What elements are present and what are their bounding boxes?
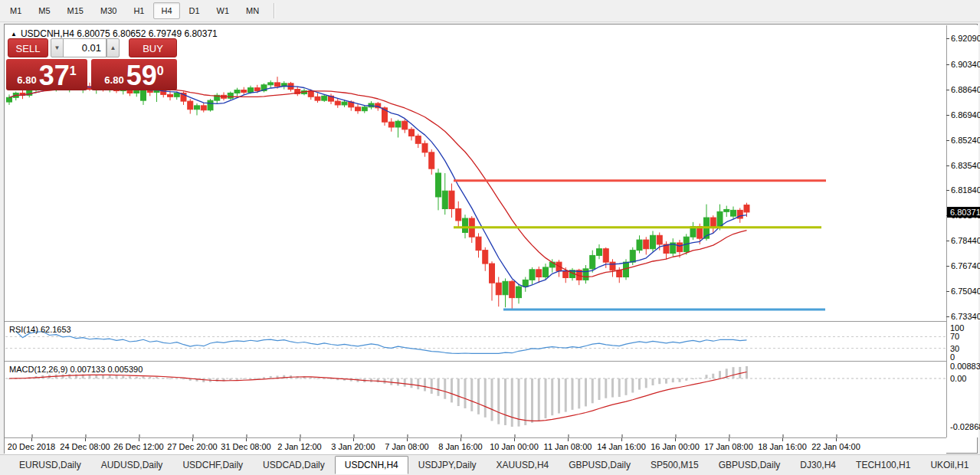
chart-tab-gbpusd-daily[interactable]: GBPUSD,Daily [559, 456, 641, 474]
time-axis-label: 2 Jan 12:00 [277, 442, 322, 451]
buy-price-small: 6.80 [104, 74, 123, 86]
volume-decrease-button[interactable]: ▼ [51, 38, 64, 57]
price-axis-label: 6.75040 [951, 287, 980, 296]
price-axis-label: 6.78440 [951, 236, 980, 245]
time-axis-label: 27 Dec 20:00 [167, 442, 217, 451]
time-axis-label: 24 Dec 08:00 [60, 442, 110, 451]
price-tick [946, 38, 949, 39]
chart-tab-eurusd-daily[interactable]: EURUSD,Daily [9, 456, 91, 474]
macd-panel[interactable] [5, 362, 946, 437]
sell-price-sup: 1 [70, 64, 77, 78]
chart-tab-xauusd-h4[interactable]: XAUUSD,H4 [487, 456, 559, 474]
buy-price-sup: 0 [157, 64, 164, 78]
timeframe-button-h1[interactable]: H1 [126, 2, 152, 19]
rsi-axis-label: 100 [950, 323, 964, 332]
time-tick [568, 438, 569, 441]
time-tick [729, 438, 729, 441]
time-axis[interactable]: 20 Dec 201824 Dec 08:0026 Dec 12:0027 De… [5, 437, 946, 454]
time-tick [353, 438, 354, 441]
price-axis-label: 6.92090 [951, 34, 980, 43]
rsi-label: RSI(14) 62.1653 [9, 325, 71, 334]
time-axis-label: 18 Jan 16:00 [758, 442, 807, 451]
chart-tab-dj30-h4[interactable]: DJ30,H4 [790, 456, 846, 474]
volume-input[interactable] [63, 38, 107, 57]
chart-tab-tech100-h1[interactable]: TECH100,H1 [846, 456, 920, 474]
trade-panel: SELL ▼ ▲ BUY 6.80 37 1 6.80 59 0 [6, 36, 179, 90]
timeframe-button-m5[interactable]: M5 [31, 2, 57, 19]
time-tick [85, 438, 86, 441]
time-tick [675, 438, 676, 441]
price-axis-label: 6.86940 [951, 110, 980, 120]
chart-tab-audusd-daily[interactable]: AUDUSD,Daily [91, 456, 173, 474]
timeframe-button-d1[interactable]: D1 [182, 2, 208, 19]
price-tick [946, 241, 949, 241]
chart-tab-usdcnh-h4[interactable]: USDCNH,H4 [335, 456, 408, 474]
timeframe-button-m15[interactable]: M15 [60, 2, 91, 19]
toolbar-separator [274, 3, 275, 18]
price-tick [946, 165, 949, 166]
chart-tab-ukoil-h1[interactable]: UKOil,H1 [920, 456, 978, 474]
chart-tab-bar: EURUSD,DailyAUDUSD,DailyUSDCHF,DailyUSDC… [0, 454, 980, 475]
price-axis-label: 6.90340 [951, 60, 980, 69]
price-tick [946, 190, 949, 191]
time-tick [782, 438, 783, 441]
buy-price-big: 59 [126, 63, 157, 89]
timeframe-button-h4[interactable]: H4 [153, 2, 179, 19]
time-tick [31, 438, 32, 441]
timeframe-button-w1[interactable]: W1 [209, 2, 238, 19]
timeframe-button-mn[interactable]: MN [238, 2, 267, 19]
time-axis-label: 26 Dec 12:00 [113, 442, 163, 451]
time-axis-label: 20 Dec 2018 [8, 442, 55, 451]
sell-price-small: 6.80 [17, 74, 36, 86]
buy-quote-button[interactable]: 6.80 59 0 [91, 59, 177, 90]
rsi-axis-label: 0 [950, 352, 955, 362]
price-tick [946, 115, 949, 116]
sell-button[interactable]: SELL [8, 38, 48, 57]
price-tick [946, 140, 949, 141]
macd-axis-label: 0.008839 [950, 362, 980, 371]
time-tick [246, 438, 247, 441]
time-axis-label: 8 Jan 16:00 [438, 442, 483, 451]
time-axis-label: 10 Jan 00:00 [490, 442, 539, 451]
price-tick [946, 316, 949, 317]
chart-tab-usdchf-daily[interactable]: USDCHF,Daily [172, 456, 253, 474]
chart-tab-gbpusd-daily[interactable]: GBPUSD,Daily [709, 456, 791, 474]
timeframe-button-m1[interactable]: M1 [2, 2, 29, 19]
sell-quote-button[interactable]: 6.80 37 1 [6, 59, 87, 90]
time-tick [461, 438, 461, 441]
time-axis-label: 3 Jan 20:00 [331, 442, 375, 451]
time-tick [407, 438, 408, 441]
time-tick [621, 438, 622, 441]
rsi-axis-label: 30 [950, 344, 959, 353]
rsi-axis-label: 70 [950, 332, 959, 341]
price-axis-label: 6.88640 [951, 85, 980, 94]
time-axis-label: 7 Jan 08:00 [385, 442, 429, 451]
volume-increase-button[interactable]: ▲ [107, 38, 120, 57]
price-axis-label: 6.73340 [951, 312, 980, 321]
time-axis-label: 17 Jan 08:00 [704, 442, 753, 451]
price-axis-label: 6.85240 [951, 136, 980, 145]
timeframe-button-m30[interactable]: M30 [93, 2, 124, 19]
time-tick [300, 438, 300, 441]
sell-price-big: 37 [39, 63, 70, 89]
current-price-badge: 6.80371 [947, 207, 980, 218]
macd-axis-label: 0.00 [950, 374, 966, 383]
time-axis-label: 31 Dec 08:00 [221, 442, 270, 451]
chart-tab-sp500-m15[interactable]: SP500,M15 [641, 456, 709, 474]
price-tick [946, 90, 949, 90]
timeframe-toolbar: M1M5M15M30H1H4D1W1MN [0, 0, 980, 22]
time-tick [514, 438, 515, 441]
macd-label: MACD(12,26,9) 0.007133 0.005390 [9, 365, 143, 374]
price-tick [946, 291, 949, 292]
buy-button[interactable]: BUY [129, 38, 177, 57]
chart-tab-usdjpy-daily[interactable]: USDJPY,Daily [408, 456, 487, 474]
time-tick [836, 438, 837, 441]
chart-tab-usdcad-daily[interactable]: USDCAD,Daily [253, 456, 335, 474]
macd-axis-label: -0.028683 [950, 422, 980, 431]
trading-terminal: M1M5M15M30H1H4D1W1MN ▲USDCNH,H4 6.80075 … [0, 0, 980, 475]
price-axis-label: 6.76740 [951, 261, 980, 270]
time-axis-label: 16 Jan 00:00 [651, 442, 700, 451]
chevron-down-icon: ▼ [54, 44, 61, 51]
price-tick [946, 64, 949, 65]
rsi-panel[interactable] [5, 322, 946, 361]
